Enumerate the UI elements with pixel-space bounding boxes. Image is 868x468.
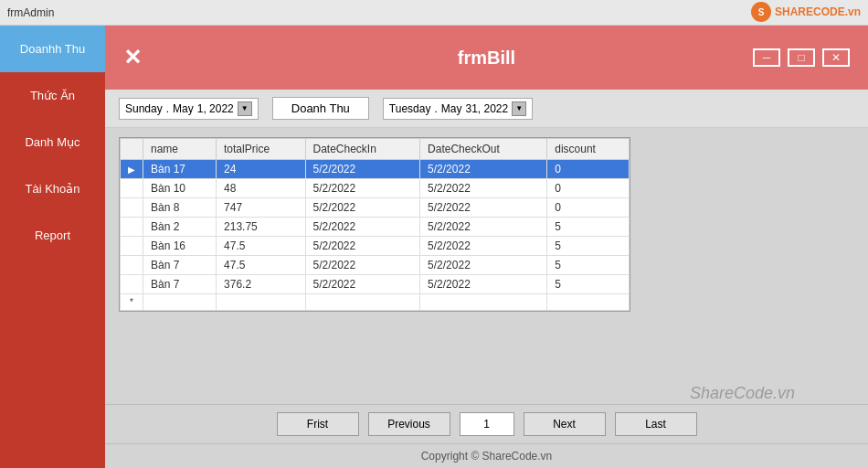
data-table: name totalPrice DateCheckIn DateCheckOut… <box>120 138 630 311</box>
cell-discount: 0 <box>547 198 630 218</box>
next-button[interactable]: Next <box>524 412 606 436</box>
cell-checkIn: 5/2/2022 <box>305 198 420 218</box>
table-row[interactable]: ▶ Bàn 17 24 5/2/2022 5/2/2022 0 <box>121 160 630 179</box>
cell-name: Bàn 8 <box>143 198 217 218</box>
row-indicator <box>121 218 143 237</box>
content-area: ✕ frmBill ─ □ ✕ Sunday . May 1, 2022 <box>105 26 868 468</box>
sharecode-logo-text: SHARECODE.vn <box>775 5 861 18</box>
cell-totalPrice: 747 <box>217 198 305 218</box>
cell-checkOut: 5/2/2022 <box>420 275 547 294</box>
sharecode-logo-icon: S <box>751 2 771 22</box>
cell-checkOut: 5/2/2022 <box>420 179 547 198</box>
form-header: ✕ frmBill ─ □ ✕ <box>105 26 868 90</box>
first-button[interactable]: Frist <box>277 412 359 436</box>
table-row[interactable]: Bàn 7 47.5 5/2/2022 5/2/2022 5 <box>121 256 630 275</box>
cell-checkIn: 5/2/2022 <box>305 237 420 256</box>
cell-discount: 0 <box>547 160 630 179</box>
col-indicator <box>121 139 143 160</box>
table-row[interactable]: Bàn 7 376.2 5/2/2022 5/2/2022 5 <box>121 275 630 294</box>
cell-checkIn: 5/2/2022 <box>305 275 420 294</box>
sidebar-item-taiKhoan[interactable]: Tài Khoản <box>0 165 105 212</box>
doanh-thu-button[interactable]: Doanh Thu <box>272 97 369 120</box>
filter-bar: Sunday . May 1, 2022 ▼ Doanh Thu Tuesday… <box>105 90 868 128</box>
cell-totalPrice: 47.5 <box>217 256 305 275</box>
cell-totalPrice: 376.2 <box>217 275 305 294</box>
table-container: name totalPrice DateCheckIn DateCheckOut… <box>105 128 868 404</box>
last-button[interactable]: Last <box>615 412 697 436</box>
table-new-row[interactable]: * <box>121 294 630 311</box>
sidebar-item-danhMuc[interactable]: Danh Mục <box>0 119 105 165</box>
cell-name: Bàn 7 <box>143 275 217 294</box>
previous-button[interactable]: Previous <box>368 412 450 436</box>
cell-name: Bàn 16 <box>143 237 217 256</box>
cell-totalPrice: 24 <box>217 160 305 179</box>
cell-checkIn: 5/2/2022 <box>305 160 420 179</box>
cell-checkIn: 5/2/2022 <box>305 179 420 198</box>
cell-discount: 5 <box>547 218 630 237</box>
watermark: ShareCode.vn <box>690 384 795 403</box>
minimize-button[interactable]: ─ <box>753 48 780 67</box>
footer: Copyright © ShareCode.vn <box>105 443 868 468</box>
cell-name: Bàn 2 <box>143 218 217 237</box>
cell-checkOut: 5/2/2022 <box>420 237 547 256</box>
data-table-wrapper: name totalPrice DateCheckIn DateCheckOut… <box>119 137 630 312</box>
table-row[interactable]: Bàn 2 213.75 5/2/2022 5/2/2022 5 <box>121 218 630 237</box>
cell-checkOut: 5/2/2022 <box>420 198 547 218</box>
window-controls: ─ □ ✕ <box>753 48 850 67</box>
cell-totalPrice: 47.5 <box>217 237 305 256</box>
row-indicator <box>121 237 143 256</box>
title-bar: frmAdmin S SHARECODE.vn <box>0 0 868 26</box>
cell-discount: 5 <box>547 256 630 275</box>
start-date-dropdown[interactable]: ▼ <box>238 101 252 116</box>
restore-button[interactable]: □ <box>788 48 815 67</box>
cell-checkOut: 5/2/2022 <box>420 256 547 275</box>
col-dateCheckOut: DateCheckOut <box>420 139 547 160</box>
sidebar-item-report[interactable]: Report <box>0 212 105 259</box>
cell-checkIn: 5/2/2022 <box>305 256 420 275</box>
start-date-field[interactable]: Sunday . May 1, 2022 ▼ <box>119 98 259 120</box>
row-indicator <box>121 179 143 198</box>
col-name: name <box>143 139 217 160</box>
row-indicator <box>121 198 143 218</box>
cell-discount: 0 <box>547 179 630 198</box>
row-indicator <box>121 256 143 275</box>
end-date-dropdown[interactable]: ▼ <box>512 101 526 116</box>
sidebar-item-doanhthu[interactable]: Doanhh Thu <box>0 26 105 72</box>
nav-bar: Frist Previous 1 Next Last <box>105 404 868 443</box>
cell-name: Bàn 17 <box>143 160 217 179</box>
cell-checkOut: 5/2/2022 <box>420 160 547 179</box>
footer-text: Copyright © ShareCode.vn <box>421 450 553 463</box>
close-button[interactable]: ✕ <box>123 45 142 70</box>
sharecode-logo: S SHARECODE.vn <box>751 2 861 22</box>
sidebar: Doanhh Thu Thức Ăn Danh Mục Tài Khoản Re… <box>0 26 105 468</box>
sidebar-item-thucAn[interactable]: Thức Ăn <box>0 72 105 119</box>
table-row[interactable]: Bàn 10 48 5/2/2022 5/2/2022 0 <box>121 179 630 198</box>
page-number: 1 <box>460 412 514 436</box>
window-close-button[interactable]: ✕ <box>822 48 850 67</box>
form-title: frmBill <box>458 48 515 69</box>
cell-checkIn: 5/2/2022 <box>305 218 420 237</box>
col-dateCheckIn: DateCheckIn <box>305 139 420 160</box>
new-row-indicator: * <box>121 294 143 311</box>
table-row[interactable]: Bàn 16 47.5 5/2/2022 5/2/2022 5 <box>121 237 630 256</box>
cell-totalPrice: 48 <box>217 179 305 198</box>
cell-name: Bàn 10 <box>143 179 217 198</box>
row-indicator: ▶ <box>121 160 143 179</box>
cell-checkOut: 5/2/2022 <box>420 218 547 237</box>
end-date-field[interactable]: Tuesday . May 31, 2022 ▼ <box>383 98 533 120</box>
row-indicator <box>121 275 143 294</box>
col-discount: discount <box>547 139 630 160</box>
table-row[interactable]: Bàn 8 747 5/2/2022 5/2/2022 0 <box>121 198 630 218</box>
cell-name: Bàn 7 <box>143 256 217 275</box>
cell-discount: 5 <box>547 275 630 294</box>
app-name: frmAdmin <box>7 6 54 19</box>
cell-discount: 5 <box>547 237 630 256</box>
cell-totalPrice: 213.75 <box>217 218 305 237</box>
main-container: Doanhh Thu Thức Ăn Danh Mục Tài Khoản Re… <box>0 26 868 468</box>
col-totalPrice: totalPrice <box>217 139 305 160</box>
